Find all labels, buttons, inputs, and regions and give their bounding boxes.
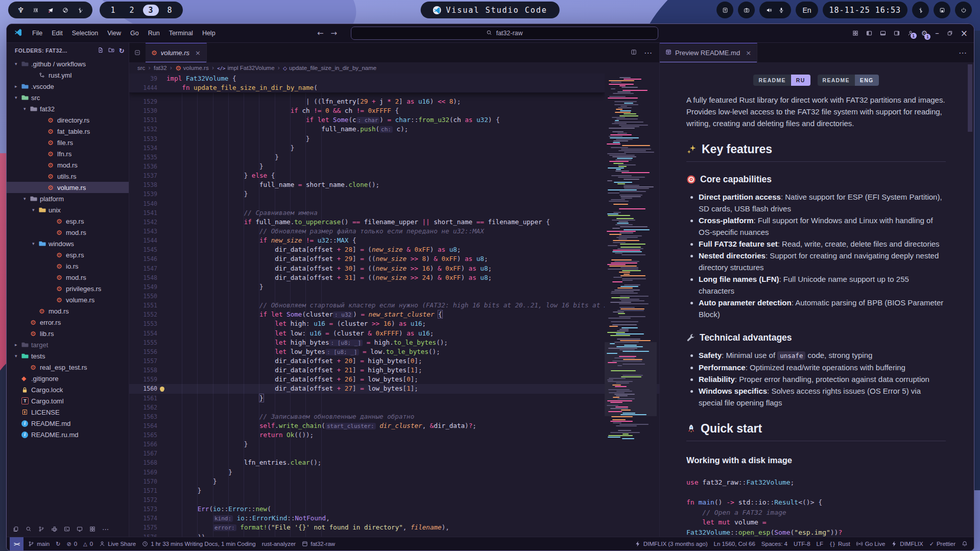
tree-item[interactable]: ⚙mod.rs	[7, 227, 129, 238]
layout-icon[interactable]	[129, 43, 146, 62]
tree-item[interactable]: ⚙mod.rs	[7, 305, 129, 317]
tree-item[interactable]: iREADME.ru.md	[7, 429, 129, 440]
code-line[interactable]: 1544 if new_size != u32::MAX {	[129, 236, 659, 245]
status-item[interactable]: ↻	[53, 537, 63, 550]
status-item-go-live[interactable]: Go Live	[853, 537, 889, 550]
tree-item[interactable]: ▾fat32	[7, 103, 129, 114]
panel-icon[interactable]	[880, 30, 886, 36]
more-actions-icon[interactable]: ⋯	[644, 48, 652, 58]
network-button[interactable]	[934, 2, 950, 18]
menu-file[interactable]: File	[28, 28, 47, 39]
status-item-rust-analyzer[interactable]: rust-analyzer	[259, 537, 299, 550]
code-line[interactable]: 1532 full_name.push(ch: c);	[129, 125, 659, 134]
neptune-icon[interactable]: ♆	[17, 6, 24, 15]
tree-item[interactable]: ⚙directory.rs	[7, 114, 129, 126]
status-item-ln-1560-col-66[interactable]: Ln 1560, Col 66	[711, 537, 758, 550]
files-icon[interactable]	[13, 526, 19, 532]
screenshot-button[interactable]	[738, 2, 755, 18]
close-tab-icon[interactable]: ×	[746, 49, 751, 57]
status-item-utf-8[interactable]: UTF-8	[791, 537, 814, 550]
tree-item[interactable]: ⚙lfn.rs	[7, 148, 129, 159]
code-line[interactable]: 1531 if let Some(c: char) = char::from_u…	[129, 115, 659, 125]
code-line[interactable]: 1547 dir_data[offset + 30] = ((new_size …	[129, 264, 659, 273]
tree-item[interactable]: ⚙real_esp_test.rs	[7, 362, 129, 373]
menu-view[interactable]: View	[103, 28, 126, 39]
tree-item[interactable]: ⚙volume.rs	[7, 294, 129, 305]
breadcrumb-item[interactable]: src	[137, 65, 145, 71]
status-item-lf[interactable]: LF	[814, 537, 826, 550]
telegram-icon[interactable]	[47, 7, 54, 13]
split-editor-icon[interactable]	[631, 48, 637, 57]
tree-item[interactable]: ▾platform	[7, 193, 129, 204]
tree-item[interactable]: ⚙esp.rs	[7, 249, 129, 260]
more-icon[interactable]: ⋯	[102, 524, 109, 534]
account-icon[interactable]: 1	[907, 30, 914, 36]
status-item-0[interactable]: △0	[80, 537, 96, 550]
code-line[interactable]: 1535 }	[129, 153, 659, 162]
status-item-0[interactable]: ⊘0	[63, 537, 80, 550]
code-editor[interactable]: 1529 | ((lfn_entry[29 + j * 2] as u16) <…	[129, 74, 659, 537]
preview-scrollbar[interactable]	[968, 64, 972, 132]
breadcrumb-item[interactable]: </>impl Fat32Volume	[217, 65, 274, 71]
code-line[interactable]: 1539 }	[129, 189, 659, 199]
code-line[interactable]: 1530 if ch != 0 && ch != 0xFFFF {	[129, 106, 659, 115]
tree-item[interactable]: ⚙privileges.rs	[7, 283, 129, 294]
close-tab-icon[interactable]: ×	[195, 49, 201, 57]
tree-item[interactable]: ▸target	[7, 339, 129, 350]
breadcrumb-item[interactable]: ◇update_file_size_in_dir_by_name	[283, 65, 376, 71]
settings-icon[interactable]: ⚙1	[921, 29, 928, 37]
tab-preview-readme[interactable]: Preview README.md ×	[660, 43, 757, 62]
workspace-3[interactable]: 3	[143, 5, 159, 16]
code-line[interactable]: 1564 self.write_chain(start_cluster: dir…	[129, 421, 659, 430]
status-item[interactable]	[959, 537, 971, 550]
status-item-prettier[interactable]: ✓Prettier	[926, 537, 959, 550]
tree-item[interactable]: iREADME.md	[7, 418, 129, 429]
tray-left[interactable]: ♆	[8, 2, 92, 18]
lightbulb-icon[interactable]	[160, 387, 164, 391]
tree-item[interactable]: ⚙fat_table.rs	[7, 126, 129, 137]
code-line[interactable]: 1562	[129, 403, 659, 412]
status-item-dimflix-3-months-ago-[interactable]: DIMFLIX (3 months ago)	[632, 537, 711, 550]
tree-item[interactable]: rust.yml	[7, 69, 129, 81]
rightbar-icon[interactable]	[894, 30, 900, 36]
code-line[interactable]: 1568 lfn_entries.clear();	[129, 458, 659, 467]
grid-icon[interactable]	[89, 526, 95, 532]
audio-pill[interactable]	[759, 2, 791, 18]
menu-go[interactable]: Go	[126, 28, 144, 39]
status-item-rust[interactable]: {}Rust	[826, 537, 853, 550]
tree-item[interactable]: ▾.github / workflows	[7, 58, 129, 69]
code-line[interactable]: 1576 ))	[129, 533, 659, 537]
code-line[interactable]: 1546 dir_data[offset + 29] = ((new_size …	[129, 254, 659, 263]
tree-item[interactable]: ⚙utils.rs	[7, 171, 129, 182]
readme-badge-ru[interactable]: READMERU	[753, 75, 810, 86]
back-button[interactable]: ←	[317, 29, 324, 38]
status-item-fat32-raw[interactable]: fat32-raw	[299, 537, 338, 550]
menu-help[interactable]: Help	[198, 28, 220, 39]
code-line[interactable]: 1533 }	[129, 134, 659, 143]
bluetooth-button[interactable]	[912, 2, 929, 18]
code-line[interactable]: 1557 dir_data[offset + 20] = high_bytes[…	[129, 356, 659, 366]
tree-item[interactable]: LICENSE	[7, 406, 129, 418]
menu-edit[interactable]: Edit	[47, 28, 67, 39]
new-file-icon[interactable]	[98, 47, 104, 55]
tree-item[interactable]: ⚙esp.rs	[7, 215, 129, 227]
tree-item[interactable]: ⚙error.rs	[7, 317, 129, 328]
sidebar-icon[interactable]	[866, 30, 872, 36]
bluetooth-device-icon[interactable]	[77, 7, 83, 13]
code-line[interactable]: 1554 let low: u16 = (cluster & 0xFFFF) a…	[129, 329, 659, 338]
workspace-1[interactable]: 1	[105, 5, 121, 16]
code-line[interactable]: 1540	[129, 199, 659, 208]
code-line[interactable]: 1536 }	[129, 162, 659, 171]
tree-item[interactable]: Cargo.lock	[7, 384, 129, 395]
code-line[interactable]: 1548 dir_data[offset + 31] = ((new_size …	[129, 273, 659, 282]
code-line[interactable]: 1559 dir_data[offset + 26] = low_bytes[0…	[129, 375, 659, 384]
workspaces[interactable]: 1238	[100, 2, 182, 18]
tab-volume-rs[interactable]: ⚙ volume.rs ×	[146, 43, 207, 62]
menu-selection[interactable]: Selection	[67, 28, 103, 39]
breadcrumb-item[interactable]: fat32	[154, 65, 167, 71]
steam-icon[interactable]	[62, 7, 68, 13]
code-line[interactable]: 1538 full_name = short_name.clone();	[129, 180, 659, 189]
monitor-icon[interactable]	[77, 526, 83, 532]
code-line[interactable]: 1574 kind: io::ErrorKind::NotFound,	[129, 514, 659, 523]
language-pill[interactable]: En	[796, 2, 818, 18]
